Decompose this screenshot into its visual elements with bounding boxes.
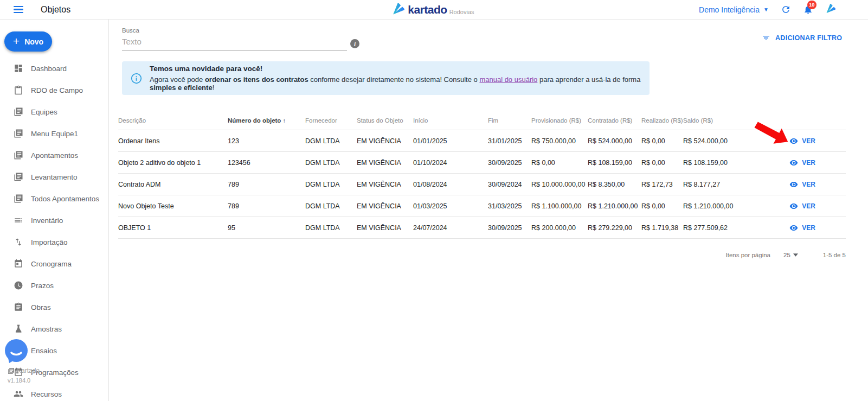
sidebar-item-apontamentos[interactable]: Apontamentos — [0, 144, 108, 166]
table-cell: 30/09/2025 — [488, 159, 531, 167]
table-row: OBJETO 195DGM LTDAEM VIGÊNCIA24/07/20243… — [118, 217, 846, 239]
sidebar-item-label: Ensaios — [31, 347, 57, 355]
table-cell: R$ 108.159,00 — [588, 159, 641, 167]
sidebar-item-cronograma[interactable]: Cronograma — [0, 253, 108, 275]
sidebar-item-rdo-de-campo[interactable]: RDO de Campo — [0, 79, 108, 101]
sidebar-item-label: Importação — [31, 238, 68, 246]
sidebar-item-levantamento[interactable]: Levantamento — [0, 166, 108, 188]
ver-button[interactable]: VER — [789, 224, 815, 232]
document-list-icon — [14, 150, 23, 160]
ver-button[interactable]: VER — [789, 137, 815, 145]
table-cell: R$ 0,00 — [531, 159, 588, 167]
table-cell: R$ 8.177,27 — [683, 181, 748, 188]
ver-label: VER — [802, 159, 815, 167]
refresh-button[interactable] — [780, 4, 791, 15]
sidebar-item-equipes[interactable]: Equipes — [0, 101, 108, 123]
calendar-icon — [14, 259, 23, 269]
document-list-icon — [14, 107, 23, 117]
table-cell-actions: VER — [748, 158, 846, 167]
table-cell: R$ 524.000,00 — [588, 137, 641, 145]
sidebar-item-prazos[interactable]: Prazos — [0, 275, 108, 296]
column-header-status-do-objeto[interactable]: Status do Objeto — [357, 117, 413, 124]
banner-body: Agora você pode ordenar os itens dos con… — [150, 75, 641, 92]
notifications-button[interactable]: 10 — [802, 4, 813, 15]
kartado-app-button[interactable] — [825, 4, 835, 15]
info-icon[interactable]: i — [350, 39, 359, 48]
sidebar-item-label: Apontamentos — [31, 151, 78, 160]
objects-table: DescriçãoNúmero do objeto ↑FornecedorSta… — [118, 111, 846, 268]
sidebar-item-inventario[interactable]: Inventário — [0, 209, 108, 231]
kartado-plane-icon — [390, 3, 404, 17]
app-version: v1.184.0 — [8, 377, 40, 384]
page-title: Objetos — [41, 5, 70, 15]
column-header-provisionado-r-[interactable]: Provisionado (R$) — [531, 117, 588, 124]
eye-icon — [789, 202, 798, 211]
sidebar-item-menu-equipe1[interactable]: Menu Equipe1 — [0, 123, 108, 144]
news-banner: Temos uma novidade para você! Agora você… — [122, 61, 650, 95]
sidebar-item-importacao[interactable]: Importação — [0, 231, 108, 253]
table-cell: Contrato ADM — [118, 181, 228, 188]
sidebar-item-obras[interactable]: Obras — [0, 296, 108, 318]
app-name: Kartado — [17, 367, 40, 374]
ver-button[interactable]: VER — [789, 202, 815, 211]
sidebar-item-label: Cronograma — [31, 260, 72, 268]
clock-icon — [14, 281, 23, 290]
sidebar-item-label: RDO de Campo — [31, 86, 83, 94]
column-header-realizado-r-[interactable]: Realizado (R$) — [641, 117, 683, 124]
table-cell: EM VIGÊNCIA — [357, 137, 413, 145]
column-header-fim[interactable]: Fim — [488, 117, 531, 124]
table-cell: R$ 1.210.000,00 — [588, 202, 641, 210]
column-header-numero-do-objeto[interactable]: Número do objeto ↑ — [228, 117, 305, 124]
eye-icon — [789, 224, 798, 232]
brand-logo: kartado Rodovias — [390, 0, 474, 20]
assignment-icon — [14, 302, 23, 312]
sidebar-item-dashboard[interactable]: Dashboard — [0, 58, 108, 79]
ver-button[interactable]: VER — [789, 180, 815, 189]
add-filter-label: ADICIONAR FILTRO — [775, 34, 842, 42]
sidebar-item-todos-apontamentos[interactable]: Todos Apontamentos — [0, 188, 108, 209]
search-input[interactable] — [122, 35, 347, 50]
table-row: Contrato ADM789DGM LTDAEM VIGÊNCIA01/08/… — [118, 174, 846, 195]
eye-icon — [789, 158, 798, 167]
column-header-contratado-r-[interactable]: Contratado (R$) — [588, 117, 641, 124]
people-icon — [14, 389, 23, 399]
brand-name: kartado — [408, 3, 447, 16]
add-filter-button[interactable]: ADICIONAR FILTRO — [762, 34, 842, 42]
table-cell: R$ 200.000,00 — [531, 224, 588, 232]
sidebar-item-label: Levantamento — [31, 173, 78, 181]
sidebar-item-amostras[interactable]: Amostras — [0, 318, 108, 340]
table-cell: R$ 279.229,00 — [588, 224, 641, 232]
paginator: Itens por página 25 1-5 de 5 — [118, 239, 846, 268]
column-header-descricao[interactable]: Descrição — [118, 117, 228, 124]
table-cell: R$ 108.159,00 — [683, 159, 748, 167]
table-row: Ordenar Itens123DGM LTDAEM VIGÊNCIA01/01… — [118, 130, 846, 152]
search-block: Busca — [122, 27, 347, 50]
table-cell: R$ 0,00 — [641, 202, 683, 210]
menu-icon[interactable] — [14, 6, 23, 13]
sidebar-item-label: Amostras — [31, 325, 62, 333]
caret-down-icon — [793, 253, 798, 257]
table-cell: Novo Objeto Teste — [118, 202, 228, 210]
manual-link[interactable]: manual do usuário — [479, 75, 537, 84]
table-cell: DGM LTDA — [305, 202, 357, 210]
novo-button[interactable]: + Novo — [4, 31, 52, 52]
table-cell: R$ 0,00 — [641, 137, 683, 145]
table-cell: R$ 1.100.000,00 — [531, 202, 588, 210]
ver-button[interactable]: VER — [789, 158, 815, 167]
chat-widget[interactable] — [4, 339, 29, 364]
document-list-icon — [14, 129, 23, 138]
annotation-arrow-icon — [753, 122, 792, 147]
sidebar-item-recursos[interactable]: Recursos — [0, 383, 108, 401]
ver-label: VER — [802, 202, 815, 210]
sidebar-item-label: Recursos — [31, 390, 62, 398]
account-menu[interactable]: Demo Inteligência ▼ — [699, 5, 769, 14]
banner-title: Temos uma novidade para você! — [150, 65, 641, 73]
column-header-fornecedor[interactable]: Fornecedor — [305, 117, 357, 124]
table-cell: 30/09/2024 — [488, 181, 531, 188]
page-size-select[interactable]: 25 — [783, 252, 798, 258]
column-header-saldo-r-[interactable]: Saldo (R$) — [683, 117, 748, 124]
document-list-icon — [14, 194, 23, 203]
column-header-inicio[interactable]: Início — [413, 117, 488, 124]
paper-plane-icon — [825, 4, 835, 15]
novo-label: Novo — [24, 37, 43, 46]
